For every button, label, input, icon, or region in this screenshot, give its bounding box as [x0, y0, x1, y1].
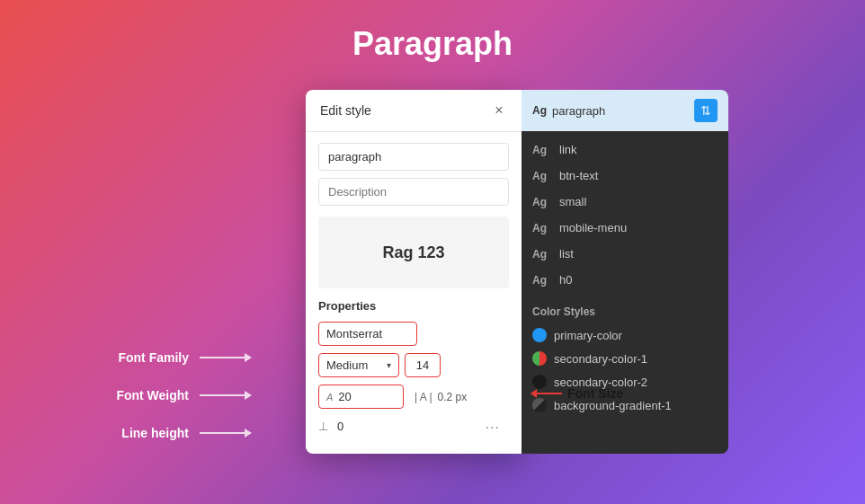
description-input[interactable] — [318, 178, 509, 206]
font-weight-annotation: Font Weight — [99, 388, 252, 402]
color-styles-section: Color Styles primary-color secondary-col… — [522, 298, 728, 420]
line-height-icon: A — [326, 392, 333, 402]
panels-container: Edit style × Rag 123 Properties Medium ▾ — [306, 90, 728, 454]
edit-style-panel: Edit style × Rag 123 Properties Medium ▾ — [306, 90, 522, 454]
ag-badge: Ag — [532, 274, 552, 287]
styles-list: Ag link Ag btn-text Ag small Ag mobile-m… — [522, 131, 728, 298]
ag-badge: Ag — [532, 170, 552, 182]
selected-style-name: paragraph — [552, 104, 605, 118]
page-title: Paragraph — [352, 25, 513, 63]
letter-spacing-value: 0.2 px — [438, 391, 468, 403]
list-item[interactable]: Ag btn-text — [522, 163, 728, 189]
close-button[interactable]: × — [491, 102, 507, 119]
line-height-row: A 20 | A | 0.2 px — [318, 385, 509, 409]
preview-area: Rag 123 — [318, 217, 509, 288]
color-dot — [532, 351, 547, 366]
font-weight-arrow — [200, 391, 252, 400]
font-size-annotation-group: Font Size — [531, 386, 623, 401]
list-item[interactable]: Ag mobile-menu — [522, 215, 728, 241]
more-options-button[interactable]: ··· — [486, 420, 509, 436]
preview-text: Rag 123 — [382, 243, 444, 262]
edit-panel-header: Edit style × — [306, 90, 522, 132]
paragraph-spacing-icon: ⊥ — [318, 420, 328, 433]
font-size-group — [405, 353, 446, 377]
arrow-left-line — [537, 393, 562, 394]
paragraph-spacing-value: 0 — [337, 420, 343, 433]
list-item[interactable]: Ag h0 — [522, 267, 728, 293]
font-family-arrow — [200, 353, 252, 362]
style-name: mobile-menu — [559, 221, 627, 234]
color-name: primary-color — [554, 329, 622, 342]
style-name-input[interactable] — [318, 143, 509, 171]
color-dot — [532, 328, 547, 342]
paragraph-spacing-row: ⊥ 0 ··· — [318, 416, 509, 436]
edit-panel-inputs — [306, 132, 522, 217]
font-weight-label: Font Weight — [99, 388, 189, 402]
color-name: secondary-color-1 — [554, 352, 647, 366]
list-item[interactable]: Ag list — [522, 241, 728, 267]
edit-panel-title: Edit style — [320, 103, 371, 118]
weight-dropdown-arrow: ▾ — [387, 360, 391, 370]
ag-badge: Ag — [532, 248, 552, 261]
letter-spacing-label: | A | — [415, 391, 432, 403]
font-size-arrow-left — [531, 389, 562, 398]
line-height-annotation: Line height — [99, 426, 252, 440]
filter-button[interactable]: ⇅ — [694, 99, 718, 122]
font-weight-input[interactable]: Medium ▾ — [318, 353, 399, 377]
header-left: Ag paragraph — [532, 104, 605, 118]
font-family-row — [318, 322, 509, 346]
style-name: small — [559, 195, 586, 208]
ag-badge: Ag — [532, 222, 552, 234]
font-family-label: Font Family — [99, 350, 189, 365]
styles-panel-header: Ag paragraph ⇅ — [522, 90, 728, 131]
font-weight-value: Medium — [326, 358, 368, 372]
ag-badge: Ag — [532, 196, 552, 208]
list-item[interactable]: Ag link — [522, 137, 728, 163]
font-size-arrow — [444, 365, 446, 367]
list-item[interactable]: Ag small — [522, 189, 728, 215]
font-size-input[interactable] — [405, 353, 441, 377]
color-styles-title: Color Styles — [532, 305, 718, 318]
font-family-annotation: Font Family — [99, 350, 252, 365]
properties-section: Properties Medium ▾ — [306, 299, 522, 454]
color-item[interactable]: secondary-color-1 — [532, 347, 718, 370]
line-height-input[interactable]: A 20 — [318, 385, 404, 409]
properties-title: Properties — [318, 299, 509, 313]
ag-badge: Ag — [532, 144, 552, 156]
style-name: btn-text — [559, 169, 598, 182]
color-item[interactable]: primary-color — [532, 323, 718, 347]
line-height-value: 20 — [338, 390, 351, 403]
line-height-arrow — [200, 429, 252, 438]
style-name: list — [559, 247, 574, 261]
style-name: h0 — [559, 273, 572, 287]
line-height-label: Line height — [99, 426, 189, 440]
arrow-left-head — [531, 389, 537, 398]
font-size-label: Font Size — [567, 386, 623, 401]
selected-ag-badge: Ag — [532, 104, 547, 117]
font-weight-size-row: Medium ▾ — [318, 353, 509, 377]
font-family-input[interactable] — [318, 322, 417, 346]
annotation-labels: Font Family Font Weight Line height — [99, 350, 252, 440]
style-name: link — [559, 143, 577, 156]
